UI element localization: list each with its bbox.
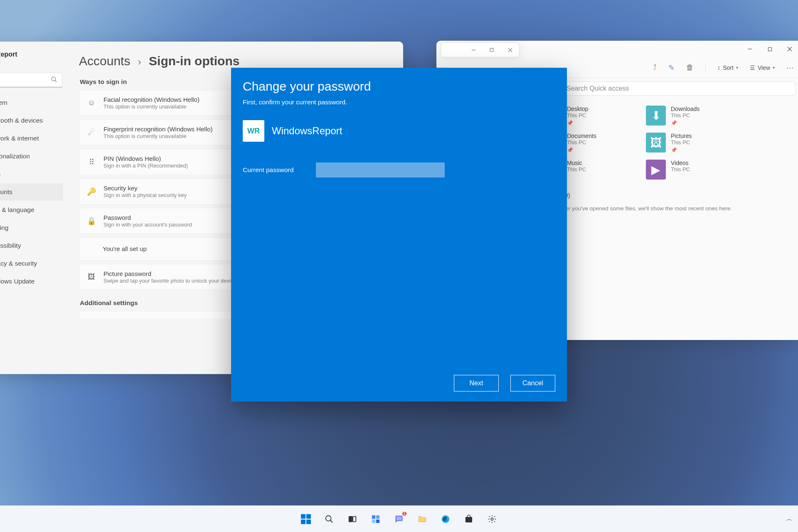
taskbar-right[interactable]: ︿ <box>786 515 792 523</box>
svg-rect-18 <box>372 519 375 522</box>
taskbar-search-button[interactable] <box>320 510 338 528</box>
dialog-username: WindowsReport <box>272 125 342 137</box>
file-explorer-button[interactable] <box>413 510 431 528</box>
next-button[interactable]: Next <box>454 375 499 392</box>
svg-rect-21 <box>466 517 472 522</box>
start-button[interactable] <box>297 510 315 528</box>
svg-rect-15 <box>353 516 356 522</box>
chat-button[interactable]: 1 <box>390 510 408 528</box>
store-button[interactable] <box>460 510 478 528</box>
svg-point-12 <box>326 515 331 521</box>
svg-rect-16 <box>372 515 375 518</box>
svg-rect-17 <box>376 515 379 518</box>
edge-button[interactable] <box>436 510 455 528</box>
current-password-input[interactable] <box>316 163 445 177</box>
taskbar-center: 1 <box>297 510 501 528</box>
widgets-button[interactable] <box>367 510 385 528</box>
chevron-up-icon[interactable]: ︿ <box>786 515 792 523</box>
chat-badge: 1 <box>401 511 407 517</box>
dialog-title: Change your password <box>243 79 555 94</box>
change-password-dialog: Change your password First, confirm your… <box>231 68 567 401</box>
task-view-button[interactable] <box>343 510 362 528</box>
settings-taskbar-button[interactable] <box>483 510 501 528</box>
current-password-row: Current password <box>243 163 555 177</box>
cancel-button[interactable]: Cancel <box>510 375 555 392</box>
user-avatar: WR <box>243 120 264 142</box>
svg-rect-14 <box>349 516 352 522</box>
windows-icon <box>301 514 311 524</box>
svg-rect-19 <box>376 519 379 522</box>
taskbar: 1 ︿ <box>0 505 798 532</box>
current-password-label: Current password <box>243 166 301 174</box>
dialog-subtitle: First, confirm your current password. <box>243 99 555 106</box>
svg-line-13 <box>330 520 333 522</box>
dialog-user-row: WR WindowsReport <box>243 120 555 142</box>
svg-point-22 <box>491 518 493 520</box>
